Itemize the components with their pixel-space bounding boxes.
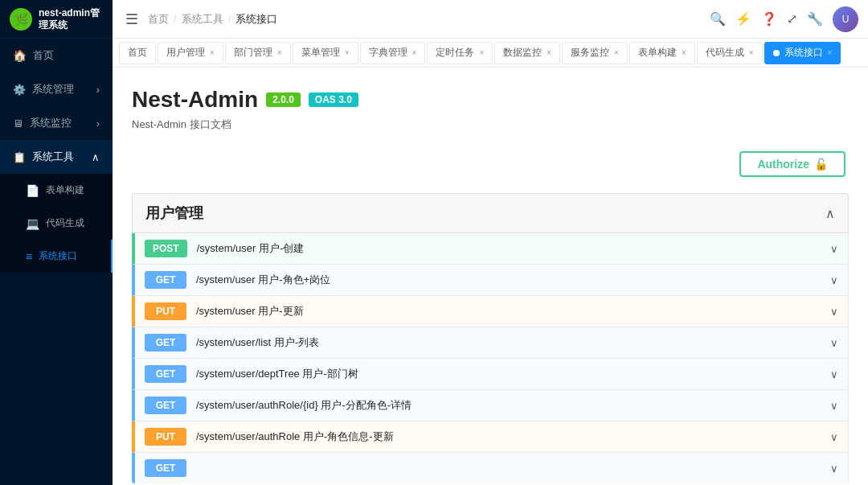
method-badge-get: GET bbox=[145, 271, 186, 289]
breadcrumb-sep-2: / bbox=[228, 13, 231, 25]
endpoint-post-user[interactable]: POST /system/user 用户-创建 ∨ bbox=[132, 233, 849, 265]
avatar[interactable]: U bbox=[833, 6, 858, 32]
fullscreen-icon[interactable]: ⤢ bbox=[787, 11, 797, 27]
endpoint-put-auth-role[interactable]: PUT /system/user/authRole 用户-角色信息-更新 ∨ bbox=[132, 421, 849, 453]
endpoint-path: /system/user 用户-更新 bbox=[196, 304, 821, 319]
endpoint-get-user-list[interactable]: GET /system/user/list 用户-列表 ∨ bbox=[132, 327, 849, 359]
tab-data-monitor[interactable]: 数据监控 × bbox=[494, 42, 560, 64]
user-management-section: 用户管理 ∧ POST /system/user 用户-创建 ∨ GET /sy… bbox=[132, 193, 849, 483]
chevron-down-icon: ∨ bbox=[830, 368, 838, 380]
help-icon[interactable]: ❓ bbox=[761, 11, 777, 27]
tab-close-icon[interactable]: × bbox=[828, 48, 833, 57]
breadcrumb-current: 系统接口 bbox=[235, 12, 277, 27]
method-badge-put: PUT bbox=[145, 428, 186, 446]
tab-label: 部门管理 bbox=[234, 46, 272, 60]
method-badge-get: GET bbox=[145, 365, 186, 383]
tab-user-mgmt[interactable]: 用户管理 × bbox=[158, 42, 223, 64]
tab-close-icon[interactable]: × bbox=[479, 48, 484, 57]
method-badge-get: GET bbox=[145, 334, 186, 351]
monitor-icon: 🖥 bbox=[13, 117, 23, 129]
tab-close-icon[interactable]: × bbox=[210, 48, 215, 57]
topbar: ☰ 首页 / 系统工具 / 系统接口 🔍 ⚡ ❓ ⤢ 🔧 U bbox=[113, 0, 868, 39]
breadcrumb-tools[interactable]: 系统工具 bbox=[182, 12, 223, 27]
sidebar: 🌿 nest-admin管理系统 🏠 首页 ⚙️ 系统管理 › 🖥 系统监控 ›… bbox=[0, 0, 113, 485]
sidebar-item-system-monitor[interactable]: 🖥 系统监控 › bbox=[0, 106, 113, 140]
endpoint-path: /system/user/authRole/{id} 用户-分配角色-详情 bbox=[196, 398, 821, 413]
endpoint-get-user-role[interactable]: GET /system/user 用户-角色+岗位 ∨ bbox=[132, 265, 849, 296]
settings-icon: ⚙️ bbox=[13, 84, 26, 96]
tab-label: 用户管理 bbox=[166, 46, 205, 60]
tab-close-icon[interactable]: × bbox=[547, 48, 551, 57]
chevron-down-icon: ∨ bbox=[830, 462, 838, 475]
tab-close-icon[interactable]: × bbox=[749, 48, 754, 57]
chevron-down-icon: ∧ bbox=[92, 151, 100, 163]
lock-icon: 🔓 bbox=[814, 158, 828, 171]
api-icon: ≡ bbox=[26, 250, 32, 263]
chevron-down-icon: ∨ bbox=[830, 400, 838, 412]
chevron-down-icon: ∨ bbox=[830, 306, 838, 318]
settings-icon[interactable]: 🔧 bbox=[807, 11, 823, 27]
sidebar-item-home[interactable]: 🏠 首页 bbox=[0, 39, 113, 72]
breadcrumb: 首页 / 系统工具 / 系统接口 bbox=[148, 12, 277, 27]
hamburger-button[interactable]: ☰ bbox=[122, 7, 141, 31]
tab-home[interactable]: 首页 bbox=[119, 42, 156, 64]
section-header-user[interactable]: 用户管理 ∧ bbox=[132, 193, 849, 233]
tab-label: 代码生成 bbox=[706, 46, 744, 60]
endpoint-path: /system/user/authRole 用户-角色信息-更新 bbox=[196, 430, 821, 444]
content-area: Nest-Admin 2.0.0 OAS 3.0 Nest-Admin 接口文档… bbox=[113, 68, 868, 485]
tab-label: 表单构建 bbox=[638, 46, 677, 60]
home-icon: 🏠 bbox=[13, 49, 27, 62]
endpoint-get-dept-tree[interactable]: GET /system/user/deptTree 用户-部门树 ∨ bbox=[132, 359, 849, 390]
chevron-right-icon: › bbox=[96, 117, 100, 129]
endpoint-path: /system/user/list 用户-列表 bbox=[196, 335, 821, 350]
chevron-right-icon: › bbox=[96, 84, 100, 96]
tab-label: 服务监控 bbox=[571, 46, 609, 60]
tab-close-icon[interactable]: × bbox=[277, 48, 282, 57]
breadcrumb-sep-1: / bbox=[174, 13, 177, 25]
content-inner: Nest-Admin 2.0.0 OAS 3.0 Nest-Admin 接口文档… bbox=[113, 68, 868, 485]
tab-form-builder[interactable]: 表单构建 × bbox=[629, 42, 695, 64]
github-icon[interactable]: ⚡ bbox=[735, 11, 751, 27]
endpoint-get-auth-role-detail[interactable]: GET /system/user/authRole/{id} 用户-分配角色-详… bbox=[132, 390, 849, 421]
sidebar-submenu-tools: 📄 表单构建 💻 代码生成 ≡ 系统接口 bbox=[0, 174, 113, 273]
authorize-button[interactable]: Authorize 🔓 bbox=[739, 151, 845, 177]
sidebar-item-system-tools[interactable]: 📋 系统工具 ∧ bbox=[0, 140, 113, 174]
tab-schedule[interactable]: 定时任务 × bbox=[427, 42, 493, 64]
sidebar-item-code-gen[interactable]: 💻 代码生成 bbox=[0, 207, 113, 240]
sidebar-item-system-mgmt[interactable]: ⚙️ 系统管理 › bbox=[0, 72, 113, 106]
tab-dept-mgmt[interactable]: 部门管理 × bbox=[225, 42, 291, 64]
breadcrumb-home[interactable]: 首页 bbox=[148, 12, 169, 27]
api-header: Nest-Admin 2.0.0 OAS 3.0 Nest-Admin 接口文档 bbox=[132, 87, 849, 132]
sidebar-item-form-builder[interactable]: 📄 表单构建 bbox=[0, 174, 113, 207]
chevron-down-icon: ∨ bbox=[830, 243, 838, 255]
tab-dict-mgmt[interactable]: 字典管理 × bbox=[360, 42, 426, 64]
api-description: Nest-Admin 接口文档 bbox=[132, 117, 849, 132]
sidebar-item-api-interface[interactable]: ≡ 系统接口 bbox=[0, 240, 113, 273]
tab-code-gen[interactable]: 代码生成 × bbox=[697, 42, 763, 64]
tab-close-icon[interactable]: × bbox=[682, 48, 686, 57]
method-badge-get: GET bbox=[145, 459, 186, 477]
tab-api-interface[interactable]: 系统接口 × bbox=[764, 42, 841, 64]
tab-dot bbox=[773, 50, 780, 56]
endpoint-path: /system/user 用户-角色+岗位 bbox=[196, 273, 821, 287]
authorize-bar: Authorize 🔓 bbox=[132, 151, 849, 177]
page-title: Nest-Admin bbox=[132, 87, 258, 113]
tab-close-icon[interactable]: × bbox=[614, 48, 619, 57]
tab-close-icon[interactable]: × bbox=[345, 48, 350, 57]
sidebar-item-label: 代码生成 bbox=[46, 216, 84, 230]
sidebar-item-label: 系统监控 bbox=[30, 116, 72, 130]
endpoint-get-more[interactable]: GET ∨ bbox=[132, 453, 849, 483]
method-badge-get: GET bbox=[145, 397, 186, 414]
endpoint-path: /system/user 用户-创建 bbox=[197, 241, 821, 256]
tab-service-monitor[interactable]: 服务监控 × bbox=[562, 42, 628, 64]
main-area: ☰ 首页 / 系统工具 / 系统接口 🔍 ⚡ ❓ ⤢ 🔧 U 首页 用户管理 ×… bbox=[113, 0, 868, 485]
sidebar-item-label: 系统接口 bbox=[39, 249, 77, 263]
sidebar-logo[interactable]: 🌿 nest-admin管理系统 bbox=[0, 0, 113, 39]
authorize-label: Authorize bbox=[757, 158, 809, 171]
logo-icon: 🌿 bbox=[10, 8, 32, 31]
endpoint-put-user[interactable]: PUT /system/user 用户-更新 ∨ bbox=[132, 296, 849, 327]
tab-menu-mgmt[interactable]: 菜单管理 × bbox=[293, 42, 358, 64]
tab-close-icon[interactable]: × bbox=[412, 48, 417, 57]
search-icon[interactable]: 🔍 bbox=[710, 11, 726, 27]
method-badge-put: PUT bbox=[145, 302, 186, 320]
